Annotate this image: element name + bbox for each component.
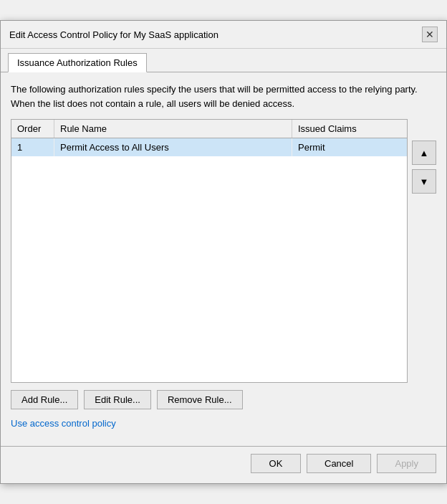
col-header-rule-name: Rule Name <box>54 120 292 138</box>
rule-buttons: Add Rule... Edit Rule... Remove Rule... <box>11 390 436 414</box>
table-row[interactable]: 1 Permit Access to All Users Permit <box>11 138 407 156</box>
table-arrow-container: Order Rule Name Issued Claims 1 Permit A… <box>11 119 436 383</box>
arrow-buttons: ▲ ▼ <box>412 141 436 194</box>
arrow-down-icon: ▼ <box>420 176 429 187</box>
description-text: The following authorization rules specif… <box>11 82 436 110</box>
add-rule-button[interactable]: Add Rule... <box>11 390 78 409</box>
bottom-divider <box>1 446 446 447</box>
content-area: The following authorization rules specif… <box>1 72 446 446</box>
cell-issued-claims-1: Permit <box>292 138 407 156</box>
table-header: Order Rule Name Issued Claims <box>11 120 407 138</box>
col-header-order: Order <box>11 120 54 138</box>
cell-rule-name-1: Permit Access to All Users <box>54 138 292 156</box>
move-down-button[interactable]: ▼ <box>412 169 436 194</box>
table-body: 1 Permit Access to All Users Permit <box>11 138 407 382</box>
remove-rule-button[interactable]: Remove Rule... <box>157 390 243 409</box>
apply-button[interactable]: Apply <box>377 454 436 473</box>
cell-order-1: 1 <box>11 138 54 156</box>
title-bar: Edit Access Control Policy for My SaaS a… <box>1 21 446 49</box>
use-access-control-policy-link[interactable]: Use access control policy <box>11 418 116 429</box>
tab-bar: Issuance Authorization Rules <box>1 49 446 72</box>
arrow-up-icon: ▲ <box>420 148 429 158</box>
dialog-title: Edit Access Control Policy for My SaaS a… <box>9 29 218 40</box>
dialog: Edit Access Control Policy for My SaaS a… <box>0 20 447 484</box>
cancel-button[interactable]: Cancel <box>307 454 371 473</box>
tab-issuance-authorization-rules[interactable]: Issuance Authorization Rules <box>8 53 147 72</box>
close-button[interactable]: ✕ <box>422 27 438 42</box>
bottom-buttons: OK Cancel Apply <box>1 454 446 483</box>
rules-table: Order Rule Name Issued Claims 1 Permit A… <box>11 119 408 383</box>
ok-button[interactable]: OK <box>251 454 301 473</box>
move-up-button[interactable]: ▲ <box>412 141 436 165</box>
edit-rule-button[interactable]: Edit Rule... <box>84 390 151 409</box>
col-header-issued-claims: Issued Claims <box>292 120 407 138</box>
